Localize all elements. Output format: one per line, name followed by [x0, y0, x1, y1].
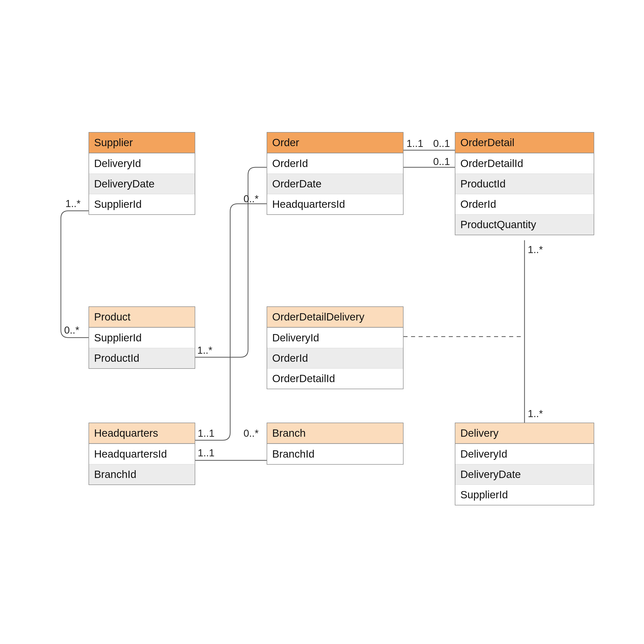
attr-row: ProductId	[455, 174, 594, 194]
entity-title: Product	[89, 307, 195, 328]
entity-title: Headquarters	[89, 423, 195, 444]
entity-headquarters: Headquarters HeadquartersId BranchId	[89, 423, 195, 485]
entity-orderdetaildelivery: OrderDetailDelivery DeliveryId OrderId O…	[267, 306, 404, 389]
entity-supplier: Supplier DeliveryId DeliveryDate Supplie…	[89, 132, 195, 215]
entity-product: Product SupplierId ProductId	[89, 306, 195, 369]
attr-row: OrderDate	[267, 174, 403, 194]
attr-row: HeadquartersId	[89, 444, 195, 464]
entity-order: Order OrderId OrderDate HeadquartersId	[267, 132, 404, 215]
attr-row: OrderId	[267, 153, 403, 174]
mult-label: 0..1	[433, 138, 450, 149]
attr-row: OrderDetailId	[455, 153, 594, 174]
mult-label: 0..1	[433, 156, 450, 167]
entity-delivery: Delivery DeliveryId DeliveryDate Supplie…	[455, 423, 594, 505]
attr-row: DeliveryId	[455, 444, 594, 464]
entity-title: Delivery	[455, 423, 594, 444]
attr-row: HeadquartersId	[267, 194, 403, 214]
entity-orderdetail: OrderDetail OrderDetailId ProductId Orde…	[455, 132, 594, 235]
mult-label: 0..*	[244, 428, 259, 439]
attr-row: BranchId	[89, 464, 195, 485]
attr-row: ProductId	[89, 348, 195, 368]
mult-label: 1..1	[407, 138, 423, 149]
mult-label: 0..*	[244, 193, 259, 205]
mult-label: 1..*	[528, 244, 543, 255]
mult-label: 1..1	[198, 447, 215, 459]
attr-row: DeliveryDate	[89, 174, 195, 194]
er-diagram-canvas: Supplier DeliveryId DeliveryDate Supplie…	[0, 0, 644, 644]
attr-row: BranchId	[267, 444, 403, 464]
attr-row: ProductQuantity	[455, 214, 594, 235]
entity-title: OrderDetailDelivery	[267, 307, 403, 328]
attr-row: SupplierId	[89, 194, 195, 214]
mult-label: 1..1	[198, 428, 215, 439]
entity-title: OrderDetail	[455, 133, 594, 153]
attr-row: SupplierId	[455, 485, 594, 505]
entity-title: Supplier	[89, 133, 195, 153]
mult-label: 1..*	[528, 408, 543, 419]
entity-title: Order	[267, 133, 403, 153]
mult-label: 1..*	[197, 345, 212, 356]
attr-row: DeliveryId	[89, 153, 195, 174]
attr-row: OrderDetailId	[267, 368, 403, 389]
attr-row: DeliveryId	[267, 328, 403, 348]
entity-branch: Branch BranchId	[267, 423, 404, 465]
attr-row: OrderId	[267, 348, 403, 368]
mult-label: 0..*	[64, 325, 79, 336]
mult-label: 1..*	[65, 198, 81, 209]
attr-row: SupplierId	[89, 328, 195, 348]
attr-row: OrderId	[455, 194, 594, 214]
entity-title: Branch	[267, 423, 403, 444]
attr-row: DeliveryDate	[455, 464, 594, 485]
